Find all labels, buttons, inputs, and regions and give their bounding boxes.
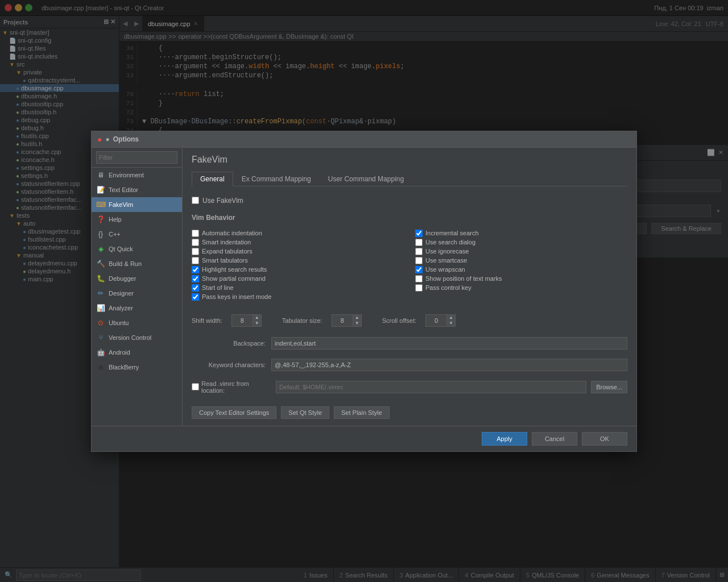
vim-behavior-grid: Automatic indentation Incremental search… — [192, 230, 627, 301]
set-plain-style-button[interactable]: Set Plain Style — [334, 406, 390, 419]
tab-user-command[interactable]: User Command Mapping — [320, 172, 412, 186]
dialog-filter-input[interactable] — [96, 151, 177, 164]
cb-expand-tabs: Expand tabulators — [192, 248, 404, 255]
keyword-label: Keyword characters: — [192, 361, 266, 368]
tabulator-input[interactable] — [332, 316, 353, 325]
copy-te-settings-button[interactable]: Copy Text Editor Settings — [192, 406, 276, 419]
qt-icon: ◈ — [96, 244, 105, 253]
tabulator-down[interactable]: ▼ — [353, 321, 361, 326]
blackberry-icon: ◉ — [96, 363, 105, 372]
highlight-search-checkbox[interactable] — [192, 266, 199, 273]
cb-wrapscan: Use wrapscan — [415, 266, 627, 273]
cb-smart-tabs: Smart tabulators — [192, 257, 404, 264]
tabulator-label: Tabulator size: — [282, 317, 322, 324]
set-qt-style-button[interactable]: Set Qt Style — [281, 406, 329, 419]
backspace-input[interactable] — [271, 337, 627, 350]
cb-pass-control: Pass control key — [415, 284, 627, 292]
cb-placeholder — [415, 293, 627, 301]
pass-insert-checkbox[interactable] — [192, 293, 199, 301]
dialog-nav-designer[interactable]: ✏ Designer — [92, 286, 182, 301]
dialog-nav-ubuntu[interactable]: ⊙ Ubuntu — [92, 315, 182, 330]
numeric-settings-row: Shift width: ▲ ▼ Tabulator size: ▲ ▼ — [192, 314, 627, 327]
cb-partial-command: Show partial command — [192, 275, 404, 282]
vim-behavior-label: Vim Behavior — [192, 214, 627, 222]
text-marks-checkbox[interactable] — [415, 275, 423, 282]
smart-tabs-checkbox[interactable] — [192, 257, 199, 264]
cpp-icon: {} — [96, 230, 105, 239]
dialog-nav-version-control[interactable]: ⑂ Version Control — [92, 330, 182, 345]
smart-indent-checkbox[interactable] — [192, 239, 199, 246]
use-fakevim-label: Use FakeVim — [202, 197, 243, 205]
cb-smartcase: Use smartcase — [415, 257, 627, 264]
pass-control-checkbox[interactable] — [415, 284, 423, 292]
dialog-nav-qt-quick[interactable]: ◈ Qt Quick — [92, 242, 182, 256]
search-dialog-checkbox[interactable] — [415, 239, 423, 246]
scroll-offset-label: Scroll offset: — [382, 317, 416, 324]
ubuntu-icon: ⊙ — [96, 318, 105, 327]
shift-width-input[interactable] — [232, 316, 253, 325]
text-editor-icon: 📝 — [96, 185, 105, 194]
scroll-offset-input[interactable] — [426, 316, 446, 325]
dialog-nav-android[interactable]: 🤖 Android — [92, 345, 182, 360]
dialog-nav-environment[interactable]: 🖥 Environment — [92, 168, 182, 182]
cb-ignorecase: Use ignorecase — [415, 248, 627, 255]
ignorecase-checkbox[interactable] — [415, 248, 423, 255]
monitor-icon: 🖥 — [96, 171, 105, 180]
shift-width-spinner: ▲ ▼ — [253, 315, 261, 326]
dialog-nav-analyzer[interactable]: 📊 Analyzer — [92, 301, 182, 315]
scroll-offset-up[interactable]: ▲ — [447, 315, 455, 321]
incremental-search-checkbox[interactable] — [415, 230, 423, 237]
dialog-sidebar: 🖥 Environment 📝 Text Editor ⌨ FakeVim ❓ … — [92, 148, 183, 426]
cb-start-of-line: Start of line — [192, 284, 404, 292]
browse-button[interactable]: Browse... — [591, 381, 627, 393]
use-fakevim-checkbox[interactable] — [192, 197, 199, 204]
tab-ex-command[interactable]: Ex Command Mapping — [233, 172, 320, 186]
help-icon: ❓ — [96, 215, 105, 224]
dialog-nav-blackberry[interactable]: ◉ BlackBerry — [92, 360, 182, 375]
partial-command-checkbox[interactable] — [192, 275, 199, 282]
smartcase-checkbox[interactable] — [415, 257, 423, 264]
backspace-label: Backspace: — [192, 340, 266, 347]
dialog-nav-cpp[interactable]: {} C++ — [92, 227, 182, 242]
dialog-dot2: ● — [105, 135, 109, 143]
vimrc-label: Read .vimrc from location: — [201, 380, 271, 394]
style-buttons-row: Copy Text Editor Settings Set Qt Style S… — [192, 406, 627, 419]
dialog-section-title: FakeVim — [192, 155, 627, 165]
scroll-offset-spinner: ▲ ▼ — [446, 315, 455, 326]
expand-tabs-checkbox[interactable] — [192, 248, 199, 255]
cb-text-marks: Show position of text marks — [415, 275, 627, 282]
dialog-nav-build-run[interactable]: 🔨 Build & Run — [92, 256, 182, 271]
dialog-nav-debugger[interactable]: 🐛 Debugger — [92, 271, 182, 286]
wrapscan-checkbox[interactable] — [415, 266, 423, 273]
dialog-titlebar: ● ● Options — [92, 131, 636, 148]
android-icon: 🤖 — [96, 348, 105, 357]
dialog-overlay: ● ● Options 🖥 Environment 📝 Text Editor — [0, 0, 728, 582]
keyword-input[interactable] — [271, 359, 627, 371]
cb-search-dialog: Use search dialog — [415, 239, 627, 246]
dialog-filter-area — [92, 148, 182, 168]
dialog-nav-text-editor[interactable]: 📝 Text Editor — [92, 182, 182, 197]
cancel-button[interactable]: Cancel — [532, 432, 577, 446]
cb-incremental-search: Incremental search — [415, 230, 627, 237]
cb-smart-indent: Smart indentation — [192, 239, 404, 246]
dialog-nav: 🖥 Environment 📝 Text Editor ⌨ FakeVim ❓ … — [92, 168, 182, 426]
automatic-indent-checkbox[interactable] — [192, 230, 199, 237]
scroll-offset-down[interactable]: ▼ — [447, 321, 455, 326]
apply-button[interactable]: Apply — [482, 432, 527, 446]
shift-width-up[interactable]: ▲ — [253, 315, 261, 321]
start-of-line-checkbox[interactable] — [192, 284, 199, 292]
shift-width-down[interactable]: ▼ — [253, 321, 261, 326]
shift-width-input-wrap: ▲ ▼ — [231, 314, 262, 327]
dialog-nav-help[interactable]: ❓ Help — [92, 212, 182, 227]
ok-button[interactable]: OK — [582, 432, 627, 446]
scroll-offset-input-wrap: ▲ ▼ — [425, 314, 456, 327]
vimrc-input[interactable] — [276, 381, 586, 393]
dialog-nav-fakevim[interactable]: ⌨ FakeVim — [92, 197, 182, 212]
designer-icon: ✏ — [96, 289, 105, 298]
tabulator-up[interactable]: ▲ — [353, 315, 361, 321]
debug-icon: 🐛 — [96, 274, 105, 283]
backspace-row: Backspace: — [192, 337, 627, 350]
keyword-row: Keyword characters: — [192, 359, 627, 371]
tab-general[interactable]: General — [192, 172, 233, 186]
vimrc-checkbox[interactable] — [192, 383, 199, 390]
